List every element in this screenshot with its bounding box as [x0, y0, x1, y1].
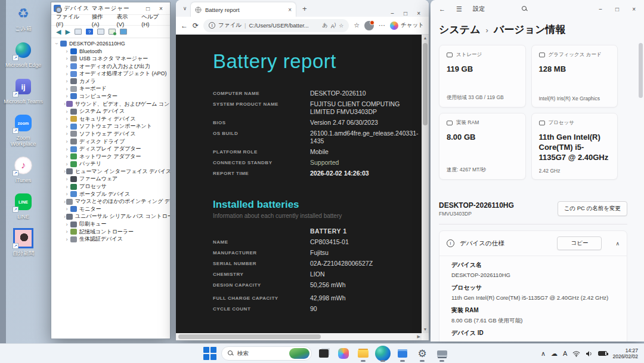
- expander-chevron-icon[interactable]: ›: [64, 93, 70, 99]
- scrollbar-thumb[interactable]: [178, 334, 321, 339]
- task-view-icon[interactable]: [316, 346, 332, 361]
- tree-item[interactable]: ›プロセッサ: [54, 183, 170, 190]
- back-icon[interactable]: ◀: [56, 28, 61, 36]
- edge-icon[interactable]: [375, 346, 391, 361]
- refresh-icon[interactable]: ⟳: [193, 21, 199, 30]
- store-icon[interactable]: [395, 346, 410, 361]
- scroll-down-icon[interactable]: ▼: [422, 326, 429, 333]
- tree-item[interactable]: ›Bluetooth: [54, 48, 170, 56]
- settings-titlebar[interactable]: ← ☰ 設定 − □ ×: [431, 0, 644, 18]
- computer-screen-icon[interactable]: [120, 29, 127, 35]
- desktop-shortcut-edge[interactable]: ↗Microsoft Edge: [4, 40, 43, 68]
- tree-item[interactable]: ›ファームウェア: [54, 176, 170, 183]
- tree-item[interactable]: ›印刷キュー: [54, 220, 170, 228]
- expander-chevron-icon[interactable]: ›: [64, 108, 70, 114]
- tree-item[interactable]: ›バッテリ: [54, 161, 170, 168]
- tree-item[interactable]: ›モニター: [54, 205, 170, 213]
- tree-item[interactable]: ›記憶域コントローラー: [54, 228, 170, 236]
- new-tab-button[interactable]: +: [302, 4, 307, 13]
- expander-chevron-icon[interactable]: ›: [64, 56, 70, 61]
- menu-item[interactable]: 表示(V): [117, 13, 135, 27]
- settings-scrollbar-thumb[interactable]: [639, 43, 643, 98]
- expander-chevron-icon[interactable]: ›: [64, 161, 70, 167]
- maximize-button[interactable]: □: [141, 5, 154, 12]
- close-button[interactable]: ×: [632, 6, 636, 13]
- breadcrumb-system[interactable]: システム: [439, 23, 481, 36]
- tree-item[interactable]: ›ソフトウェア デバイス: [54, 130, 170, 138]
- back-icon[interactable]: ←: [439, 5, 445, 13]
- expander-chevron-icon[interactable]: ›: [64, 101, 66, 107]
- close-button[interactable]: ×: [417, 10, 420, 17]
- copy-button[interactable]: コピー: [557, 236, 602, 250]
- tree-item[interactable]: ›コンピューター: [54, 93, 170, 100]
- favorite-star-icon[interactable]: ☆: [339, 23, 343, 29]
- expander-chevron-icon[interactable]: ›: [64, 176, 70, 182]
- device-manager-icon[interactable]: [434, 346, 450, 361]
- minimize-button[interactable]: −: [599, 6, 602, 13]
- expander-chevron-icon[interactable]: ›: [64, 213, 66, 219]
- summary-card-gpu[interactable]: グラフィックス カード128 MBIntel(R) Iris(R) Xe Gra…: [531, 45, 618, 107]
- hamburger-menu-icon[interactable]: ☰: [456, 5, 462, 13]
- tab-search-chevron-icon[interactable]: ∨: [179, 1, 190, 16]
- desktop-shortcut-photo[interactable]: ↗自分新聞: [4, 228, 43, 256]
- expander-chevron-icon[interactable]: ›: [64, 229, 70, 235]
- tree-item[interactable]: ›ポータブル デバイス: [54, 190, 170, 198]
- properties-icon[interactable]: [97, 29, 104, 35]
- expander-chevron-icon[interactable]: ›: [64, 63, 70, 69]
- tree-item[interactable]: ›オーディオ処理オブジェクト (APO): [54, 70, 170, 78]
- onedrive-cloud-icon[interactable]: ☁: [551, 350, 558, 358]
- tree-item[interactable]: ›生体認証デバイス: [54, 235, 170, 243]
- menu-item[interactable]: ファイル(F): [56, 13, 85, 27]
- menu-item[interactable]: 操作(A): [92, 13, 110, 27]
- back-icon[interactable]: ←: [181, 21, 188, 30]
- tree-item[interactable]: ›ディスプレイ アダプター: [54, 145, 170, 153]
- desktop-shortcut-itunes[interactable]: ↗iTunes: [4, 155, 43, 183]
- tab-battery-report[interactable]: Battery report ×: [190, 2, 296, 17]
- expander-chevron-icon[interactable]: ›: [64, 139, 70, 144]
- summary-card-ram[interactable]: 実装 RAM8.00 GB速度: 4267 MT/秒: [439, 113, 526, 180]
- help-icon[interactable]: ?: [86, 29, 93, 35]
- desktop-shortcut-teams[interactable]: ↗Microsoft Teams: [4, 76, 43, 104]
- tray-chevron-up-icon[interactable]: ∧: [541, 350, 546, 358]
- taskbar-clock[interactable]: 14:27 2026/02/02: [612, 347, 638, 359]
- copilot-icon[interactable]: [336, 346, 351, 361]
- expander-chevron-icon[interactable]: ›: [64, 123, 70, 129]
- expander-chevron-icon[interactable]: ›: [64, 146, 70, 152]
- close-button[interactable]: ×: [154, 5, 168, 12]
- file-explorer-icon[interactable]: [355, 346, 371, 361]
- expander-chevron-icon[interactable]: ›: [64, 85, 70, 91]
- summary-card-storage[interactable]: ストレージ119 GB使用領域 33 GB / 119 GB: [439, 45, 526, 107]
- desktop-shortcut-zoom[interactable]: ↗Zoom Workplace: [4, 113, 43, 147]
- tree-item[interactable]: ›オーディオの入力および出力: [54, 63, 170, 70]
- expander-chevron-icon[interactable]: ›: [64, 48, 70, 54]
- expander-chevron-icon[interactable]: ›: [64, 206, 70, 212]
- tree-item[interactable]: ›カメラ: [54, 78, 170, 85]
- scrollbar-thumb[interactable]: [423, 43, 428, 125]
- tree-item[interactable]: ›システム デバイス: [54, 107, 170, 115]
- tree-item[interactable]: ›キーボード: [54, 85, 170, 93]
- tree-root-item[interactable]: ›DESKTOP-2026110HG: [54, 40, 170, 48]
- expander-chevron-icon[interactable]: ›: [64, 70, 70, 76]
- tree-item[interactable]: ›ネットワーク アダプター: [54, 153, 170, 161]
- chevron-up-icon[interactable]: ∧: [615, 241, 620, 247]
- tab-close-icon[interactable]: ×: [288, 7, 292, 13]
- desktop-shortcut-recycle-bin[interactable]: ごみ箱: [4, 4, 43, 32]
- start-button[interactable]: [203, 346, 217, 361]
- speaker-icon[interactable]: [586, 350, 593, 357]
- console-window-icon[interactable]: [75, 29, 82, 35]
- scroll-up-icon[interactable]: ▲: [422, 35, 429, 42]
- read-aloud-icon[interactable]: A): [331, 21, 336, 29]
- page-info-icon[interactable]: i: [209, 22, 215, 29]
- expander-chevron-icon[interactable]: ›: [54, 41, 60, 47]
- tree-item[interactable]: ›ヒューマン インターフェイス デバイス: [54, 168, 170, 176]
- rename-pc-button[interactable]: この PC の名前を変更: [558, 201, 627, 216]
- tree-item[interactable]: ›ソフトウェア コンポーネント: [54, 123, 170, 131]
- expander-chevron-icon[interactable]: ›: [64, 198, 66, 204]
- vertical-scrollbar[interactable]: ▲ ▼: [422, 35, 429, 333]
- battery-icon[interactable]: [598, 351, 607, 356]
- expander-chevron-icon[interactable]: ›: [64, 236, 70, 242]
- device-spec-header[interactable]: i デバイスの仕様 コピー ∧: [439, 231, 627, 256]
- profile-avatar[interactable]: [364, 21, 374, 30]
- summary-card-cpu[interactable]: プロセッサ11th Gen Intel(R) Core(TM) i5-1135G…: [531, 113, 618, 180]
- expander-chevron-icon[interactable]: ›: [64, 168, 66, 174]
